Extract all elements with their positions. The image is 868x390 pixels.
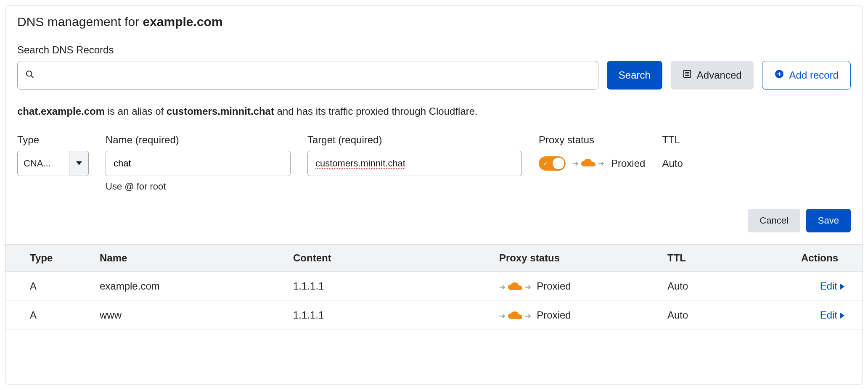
type-value: CNA...	[18, 158, 69, 169]
cell-name: example.com	[90, 272, 283, 301]
search-row: Search Advanced Add record	[17, 61, 851, 90]
add-record-button[interactable]: Add record	[762, 61, 851, 90]
cloud-icon: ➔ ➔	[499, 282, 531, 292]
svg-marker-9	[76, 161, 82, 165]
cell-proxy: ➔ ➔ Proxied	[489, 301, 657, 330]
name-input[interactable]	[106, 151, 291, 176]
plus-circle-icon	[774, 69, 784, 82]
ttl-value: Auto	[662, 151, 683, 176]
dns-records-table: Type Name Content Proxy status TTL Actio…	[5, 244, 863, 330]
th-type: Type	[5, 245, 90, 272]
summary-target: customers.minnit.chat	[167, 105, 274, 117]
summary-subdomain: chat.example.com	[17, 105, 105, 117]
search-label: Search DNS Records	[17, 44, 851, 56]
table-row: A www 1.1.1.1 ➔ ➔ Proxied Auto Edit	[5, 301, 863, 330]
advanced-button[interactable]: Advanced	[671, 61, 754, 90]
cell-content: 1.1.1.1	[283, 272, 489, 301]
save-button[interactable]: Save	[806, 209, 851, 232]
svg-marker-11	[840, 313, 844, 319]
cell-content: 1.1.1.1	[283, 301, 489, 330]
cloud-icon: ➔ ➔	[572, 159, 604, 168]
cloud-icon: ➔ ➔	[499, 311, 531, 321]
dns-management-panel: DNS management for example.com Search DN…	[5, 5, 863, 385]
type-label: Type	[17, 134, 89, 146]
target-value: customers.minnit.chat	[315, 158, 405, 169]
target-input[interactable]: customers.minnit.chat	[307, 151, 522, 176]
title-prefix: DNS management for	[17, 15, 143, 29]
cancel-button[interactable]: Cancel	[748, 209, 800, 232]
svg-marker-10	[840, 284, 844, 290]
page-title: DNS management for example.com	[17, 15, 851, 29]
add-record-label: Add record	[789, 69, 839, 81]
ttl-label: TTL	[662, 134, 683, 146]
cell-ttl: Auto	[657, 301, 741, 330]
edit-button[interactable]: Edit	[820, 280, 845, 292]
name-label: Name (required)	[106, 134, 291, 146]
edit-button[interactable]: Edit	[820, 309, 845, 321]
th-proxy: Proxy status	[489, 245, 657, 272]
cell-type: A	[5, 301, 90, 330]
title-domain: example.com	[143, 15, 222, 29]
search-icon	[25, 70, 34, 81]
cell-name: www	[90, 301, 283, 330]
table-row: A example.com 1.1.1.1 ➔ ➔ Proxied Auto E…	[5, 272, 863, 301]
cell-ttl: Auto	[657, 272, 741, 301]
advanced-label: Advanced	[697, 69, 742, 81]
search-button[interactable]: Search	[607, 61, 662, 90]
ttl-field-group: TTL Auto	[662, 134, 683, 176]
proxy-toggle[interactable]: ✓	[539, 156, 566, 171]
th-content: Content	[283, 245, 489, 272]
chevron-down-icon	[69, 151, 88, 176]
th-name: Name	[90, 245, 283, 272]
name-field-group: Name (required) Use @ for root	[106, 134, 291, 192]
th-actions: Actions	[741, 245, 863, 272]
target-field-group: Target (required) customers.minnit.chat	[307, 134, 522, 176]
target-label: Target (required)	[307, 134, 522, 146]
svg-point-0	[26, 71, 32, 76]
search-input[interactable]	[17, 61, 598, 90]
check-icon: ✓	[543, 160, 548, 167]
chevron-right-icon	[840, 280, 845, 292]
proxy-field-group: Proxy status ✓ ➔ ➔ Proxied	[539, 134, 645, 176]
record-summary: chat.example.com is an alias of customer…	[17, 105, 851, 117]
list-icon	[683, 69, 692, 81]
name-helper: Use @ for root	[106, 181, 291, 192]
form-actions: Cancel Save	[17, 209, 851, 232]
type-field: Type CNA...	[17, 134, 89, 176]
record-form: Type CNA... Name (required) Use @ for ro…	[17, 134, 851, 192]
type-select[interactable]: CNA...	[17, 151, 89, 176]
chevron-right-icon	[840, 309, 845, 321]
cell-type: A	[5, 272, 90, 301]
proxy-status-value: Proxied	[611, 158, 645, 169]
cell-proxy: ➔ ➔ Proxied	[489, 272, 657, 301]
th-ttl: TTL	[657, 245, 741, 272]
svg-line-1	[31, 75, 34, 78]
proxy-label: Proxy status	[539, 134, 645, 146]
